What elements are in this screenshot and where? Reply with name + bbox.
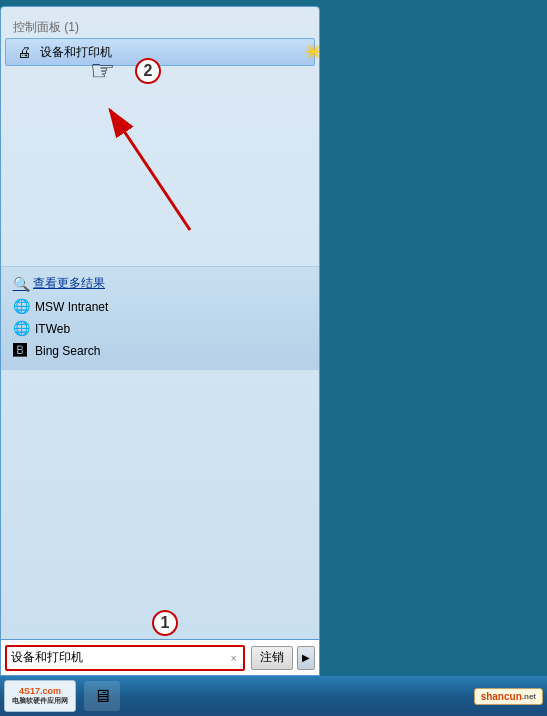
bottom-links: 🔍 查看更多结果 🌐 MSW Intranet 🌐 ITWeb 🅱 Bing S… [1, 266, 319, 370]
msw-intranet-link[interactable]: 🌐 MSW Intranet [13, 296, 307, 318]
taskbar-middle: 🖥 [80, 681, 474, 711]
bing-icon: 🅱 [13, 342, 31, 360]
more-results-link[interactable]: 🔍 查看更多结果 [13, 275, 307, 292]
search-input-text[interactable]: 设备和打印机 [11, 649, 229, 666]
itweb-text: ITWeb [35, 322, 70, 336]
more-results-text: 查看更多结果 [33, 275, 105, 292]
shancun-logo: shancun .net [474, 688, 543, 705]
cancel-button[interactable]: 注销 [251, 646, 293, 670]
taskbar-item[interactable]: 🖥 [84, 681, 120, 711]
search-input-wrap: 设备和打印机 × [5, 645, 245, 671]
taskbar: 4S17.com 电脑软硬件应用网 🖥 shancun .net [0, 676, 547, 716]
printer-icon: 🖨 [14, 42, 34, 62]
spacer-area [1, 66, 319, 266]
start-menu-top: 控制面板 (1) 🖨 设备和打印机 ✳ 🔍 查看更多结果 🌐 MSW Intra… [1, 7, 319, 639]
bing-search-link[interactable]: 🅱 Bing Search [13, 340, 307, 362]
msw-icon: 🌐 [13, 298, 31, 316]
taskbar-start: 4S17.com 电脑软硬件应用网 [0, 678, 80, 714]
badge-2: 2 [135, 58, 161, 84]
bing-search-text: Bing Search [35, 344, 100, 358]
search-arrow-button[interactable]: ▶ [297, 646, 315, 670]
taskbar-right: shancun .net [474, 688, 547, 705]
search-clear-button[interactable]: × [229, 652, 239, 664]
search-icon: 🔍 [13, 276, 29, 292]
badge-1: 1 [152, 610, 178, 636]
itweb-icon: 🌐 [13, 320, 31, 338]
start-menu: 控制面板 (1) 🖨 设备和打印机 ✳ 🔍 查看更多结果 🌐 MSW Intra… [0, 6, 320, 676]
msw-intranet-text: MSW Intranet [35, 300, 108, 314]
highlighted-item-text: 设备和打印机 [40, 44, 112, 61]
4sit-logo: 4S17.com 电脑软硬件应用网 [4, 680, 76, 712]
section-header: 控制面板 (1) [1, 15, 319, 38]
highlighted-result-item[interactable]: 🖨 设备和打印机 ✳ [5, 38, 315, 66]
star-decoration: ✳ [305, 40, 319, 64]
search-bar: 设备和打印机 × 注销 ▶ [1, 639, 319, 675]
itweb-link[interactable]: 🌐 ITWeb [13, 318, 307, 340]
